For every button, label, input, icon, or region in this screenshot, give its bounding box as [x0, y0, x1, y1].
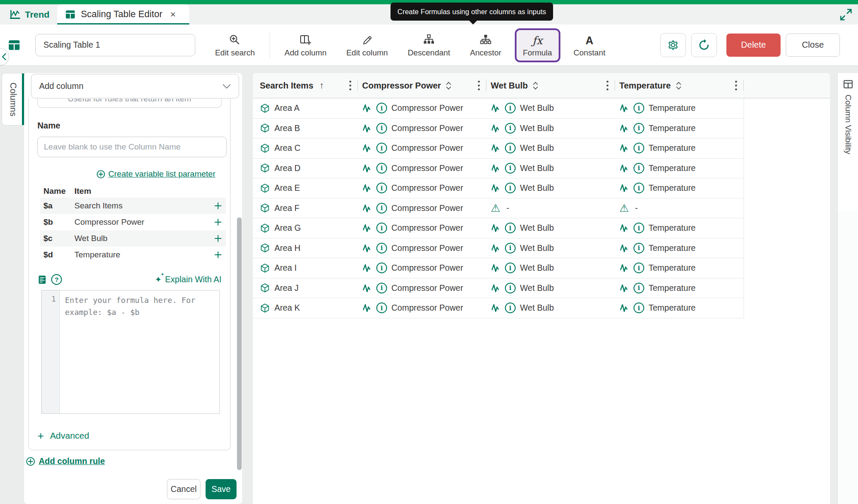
signal-cell[interactable]: iTemperature [615, 258, 744, 278]
edit-column-button[interactable]: Edit column [346, 32, 388, 58]
column-menu-icon[interactable] [735, 80, 738, 91]
formula-editor[interactable]: 1 Enter your formula here. For example: … [41, 290, 220, 414]
header-temperature[interactable]: Temperature [615, 73, 744, 98]
search-item-cell[interactable]: Area E [253, 178, 358, 198]
explain-with-ai-link[interactable]: ✦✦ Explain With AI [155, 275, 221, 284]
info-icon[interactable]: i [634, 103, 644, 113]
search-item-cell[interactable]: Area K [253, 298, 358, 318]
signal-cell[interactable]: iWet Bulb [486, 238, 615, 258]
info-icon[interactable]: i [634, 223, 644, 233]
signal-cell[interactable]: iCompressor Power [358, 199, 486, 218]
warning-icon[interactable]: ⚠ [619, 203, 629, 214]
signal-cell[interactable]: iWet Bulb [486, 138, 615, 158]
info-icon[interactable]: i [505, 302, 516, 313]
search-item-cell[interactable]: Area F [253, 199, 358, 218]
info-icon[interactable]: i [634, 263, 644, 273]
signal-cell[interactable]: iCompressor Power [358, 238, 486, 258]
signal-cell-missing[interactable]: ⚠- [486, 199, 615, 218]
signal-cell[interactable]: iCompressor Power [358, 178, 486, 198]
signal-cell[interactable]: iTemperature [615, 159, 744, 178]
column-menu-icon[interactable] [606, 80, 609, 91]
cancel-button[interactable]: Cancel [167, 479, 200, 499]
tab-scaling-table-editor[interactable]: Scaling Table Editor × [57, 4, 189, 24]
info-icon[interactable]: i [376, 283, 387, 293]
search-item-cell[interactable]: Area G [253, 218, 358, 238]
table-row[interactable]: Area BiCompressor PoweriWet BulbiTempera… [253, 119, 744, 139]
table-name-input[interactable] [35, 34, 195, 56]
info-icon[interactable]: i [376, 223, 387, 233]
signal-cell[interactable]: iWet Bulb [486, 178, 615, 198]
signal-cell[interactable]: iWet Bulb [486, 298, 615, 318]
table-row[interactable]: Area IiCompressor PoweriWet BulbiTempera… [253, 258, 744, 278]
edit-search-button[interactable]: Edit search [215, 32, 255, 58]
info-icon[interactable]: i [634, 163, 644, 174]
header-search-items[interactable]: Search Items ↑ [253, 73, 358, 98]
refresh-button[interactable] [691, 33, 717, 57]
search-item-cell[interactable]: Area J [253, 278, 358, 298]
info-icon[interactable]: i [376, 203, 387, 214]
info-icon[interactable]: i [634, 283, 644, 293]
info-icon[interactable]: i [634, 123, 644, 134]
table-row[interactable]: Area FiCompressor Power⚠-⚠- [253, 199, 744, 219]
search-item-cell[interactable]: Area H [253, 238, 358, 258]
info-icon[interactable]: i [376, 163, 387, 174]
column-visibility-tab[interactable]: Column Visibility [838, 73, 858, 211]
table-row[interactable]: Area DiCompressor PoweriWet BulbiTempera… [253, 159, 744, 179]
add-parameter-icon[interactable] [214, 202, 222, 210]
signal-cell[interactable]: iWet Bulb [486, 258, 615, 278]
table-row[interactable]: Area CiCompressor PoweriWet BulbiTempera… [253, 138, 744, 159]
formula-doc-icon[interactable] [37, 275, 47, 284]
add-parameter-icon[interactable] [214, 234, 222, 243]
close-button[interactable]: Close [786, 34, 840, 57]
add-column-select[interactable]: Add column [31, 74, 239, 98]
formula-button[interactable]: ƒx Formula [523, 32, 552, 58]
tab-trend[interactable]: Trend [9, 4, 49, 24]
columns-panel-tab[interactable]: Columns [2, 73, 24, 125]
info-icon[interactable]: i [505, 183, 516, 193]
info-icon[interactable]: i [505, 263, 516, 273]
signal-cell[interactable]: iCompressor Power [358, 159, 486, 178]
info-icon[interactable]: i [376, 263, 387, 273]
signal-cell[interactable]: iTemperature [615, 178, 744, 198]
add-parameter-icon[interactable] [214, 218, 222, 226]
table-row[interactable]: Area HiCompressor PoweriWet BulbiTempera… [253, 238, 744, 259]
column-menu-icon[interactable] [349, 80, 352, 91]
info-icon[interactable]: i [634, 143, 644, 153]
search-item-cell[interactable]: Area I [253, 258, 358, 278]
create-variable-list-parameter-link[interactable]: Create variable list parameter [34, 169, 225, 179]
add-column-rule-link[interactable]: Add column rule [26, 456, 105, 466]
signal-cell[interactable]: iTemperature [615, 119, 744, 138]
info-icon[interactable]: i [505, 163, 516, 174]
signal-cell[interactable]: iTemperature [615, 238, 744, 258]
info-icon[interactable]: i [505, 243, 516, 254]
sidebar-scrollbar[interactable] [237, 217, 242, 470]
signal-cell[interactable]: iCompressor Power [358, 98, 486, 118]
ancestor-button[interactable]: Ancestor [470, 32, 501, 58]
table-row[interactable]: Area AiCompressor PoweriWet BulbiTempera… [253, 98, 744, 119]
signal-cell[interactable]: iWet Bulb [486, 98, 615, 118]
signal-cell[interactable]: iCompressor Power [358, 278, 486, 298]
info-icon[interactable]: i [634, 183, 644, 193]
header-wet-bulb[interactable]: Wet Bulb [486, 73, 615, 98]
settings-button[interactable] [660, 33, 686, 57]
info-icon[interactable]: i [376, 302, 387, 313]
info-icon[interactable]: i [376, 103, 387, 113]
signal-cell[interactable]: iTemperature [615, 98, 744, 118]
info-icon[interactable]: i [505, 123, 516, 134]
tab-close-icon[interactable]: × [170, 10, 176, 19]
info-icon[interactable]: i [634, 302, 644, 313]
signal-cell[interactable]: iTemperature [615, 218, 744, 238]
search-item-cell[interactable]: Area C [253, 138, 358, 158]
signal-cell[interactable]: iTemperature [615, 298, 744, 318]
info-icon[interactable]: i [376, 183, 387, 193]
add-parameter-icon[interactable] [214, 250, 222, 259]
search-item-cell[interactable]: Area B [253, 119, 358, 138]
advanced-toggle[interactable]: + Advanced [37, 430, 225, 441]
delete-button[interactable]: Delete [726, 34, 781, 57]
table-row[interactable]: Area KiCompressor PoweriWet BulbiTempera… [253, 298, 744, 318]
signal-cell[interactable]: iCompressor Power [358, 258, 486, 278]
signal-cell[interactable]: iCompressor Power [358, 119, 486, 138]
search-item-cell[interactable]: Area D [253, 159, 358, 178]
table-row[interactable]: Area GiCompressor PoweriWet BulbiTempera… [253, 218, 744, 238]
expand-icon[interactable] [839, 8, 853, 21]
